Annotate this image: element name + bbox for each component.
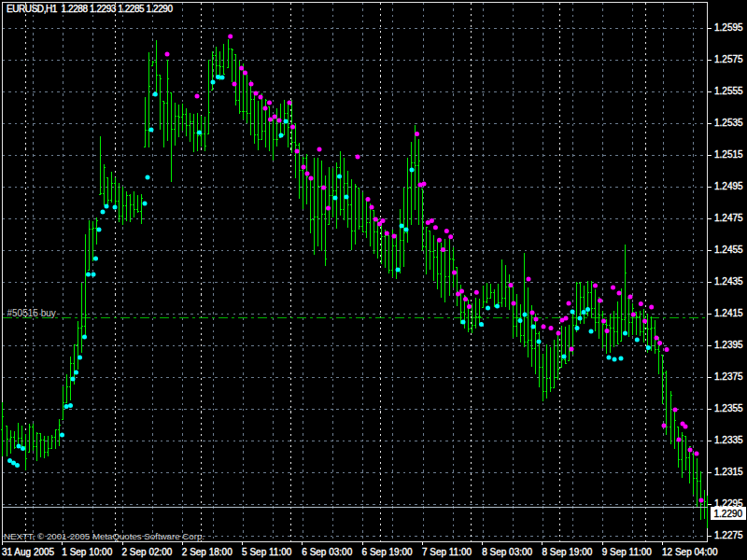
svg-text:1.2275: 1.2275 xyxy=(714,530,743,540)
svg-text:9 Sep 11:00: 9 Sep 11:00 xyxy=(602,547,653,557)
svg-text:6 Sep 03:00: 6 Sep 03:00 xyxy=(302,547,352,557)
svg-text:1.2415: 1.2415 xyxy=(714,308,743,318)
svg-text:NEXTT, © 2001-2005 MetaQuotes: NEXTT, © 2001-2005 MetaQuotes Software C… xyxy=(4,531,204,541)
svg-text:2 Sep 18:00: 2 Sep 18:00 xyxy=(182,547,233,557)
svg-text:1 Sep 10:00: 1 Sep 10:00 xyxy=(62,547,112,557)
svg-text:1.2315: 1.2315 xyxy=(714,467,743,477)
svg-text:7 Sep 11:00: 7 Sep 11:00 xyxy=(422,547,472,557)
svg-text:8 Sep 03:00: 8 Sep 03:00 xyxy=(482,547,532,557)
svg-text:1.2535: 1.2535 xyxy=(714,118,743,128)
svg-text:31 Aug 2005: 31 Aug 2005 xyxy=(2,547,55,557)
svg-text:#50515 buy: #50515 buy xyxy=(7,308,56,318)
svg-text:1.2395: 1.2395 xyxy=(714,340,743,350)
svg-text:1.2455: 1.2455 xyxy=(714,245,743,255)
svg-text:1.2575: 1.2575 xyxy=(714,54,743,64)
svg-text:1.2595: 1.2595 xyxy=(714,22,743,33)
svg-text:1.2515: 1.2515 xyxy=(714,149,743,160)
svg-text:2 Sep 02:00: 2 Sep 02:00 xyxy=(122,547,173,557)
svg-text:1.2475: 1.2475 xyxy=(714,213,743,223)
svg-text:1.2495: 1.2495 xyxy=(714,181,743,191)
svg-text:1.2290: 1.2290 xyxy=(714,509,743,519)
svg-text:8 Sep 19:00: 8 Sep 19:00 xyxy=(542,547,592,557)
svg-text:1.2375: 1.2375 xyxy=(714,371,743,382)
svg-text:1.2335: 1.2335 xyxy=(714,435,743,445)
svg-text:1.2555: 1.2555 xyxy=(714,86,743,96)
svg-text:6 Sep 19:00: 6 Sep 19:00 xyxy=(362,547,413,557)
svg-text:5 Sep 11:00: 5 Sep 11:00 xyxy=(242,547,292,557)
svg-text:1.2435: 1.2435 xyxy=(714,276,743,287)
svg-text:1.2355: 1.2355 xyxy=(714,403,743,413)
svg-text:12 Sep 04:00: 12 Sep 04:00 xyxy=(662,547,718,557)
svg-text:EURUSD,H1 1.2288 1.2293 1.228: EURUSD,H1 1.2288 1.2293 1.2285 1.2290 xyxy=(7,4,173,14)
